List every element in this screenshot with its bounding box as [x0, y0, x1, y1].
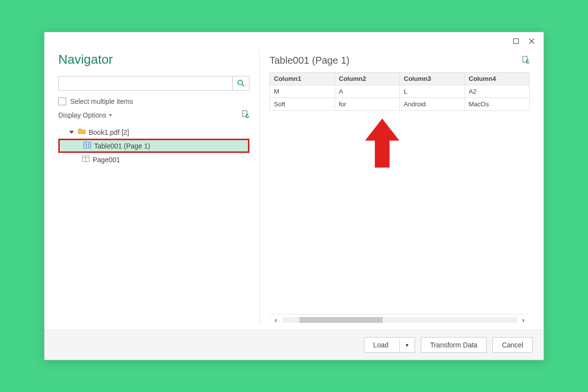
load-dropdown-toggle[interactable]: ▼: [399, 339, 415, 351]
select-multiple-checkbox[interactable]: [58, 98, 66, 105]
horizontal-scrollbar[interactable]: ‹ ›: [270, 314, 530, 325]
preview-refresh-button[interactable]: [522, 55, 530, 66]
pane-divider: [259, 50, 260, 325]
svg-line-4: [242, 84, 244, 86]
expand-caret-icon: [69, 131, 74, 134]
table-cell: M: [270, 85, 335, 98]
window-titlebar: [45, 32, 543, 50]
transform-data-button[interactable]: Transform Data: [421, 337, 487, 353]
close-icon: [529, 38, 535, 44]
maximize-button[interactable]: [508, 34, 524, 48]
tree-root-label: Book1.pdf [2]: [89, 128, 129, 136]
scroll-thumb[interactable]: [299, 317, 383, 323]
select-multiple-row[interactable]: Select multiple items: [58, 98, 249, 105]
column-header[interactable]: Column2: [335, 73, 400, 85]
svg-marker-15: [365, 119, 399, 168]
preview-title: Table001 (Page 1): [270, 55, 349, 66]
dialog-title: Navigator: [58, 52, 249, 67]
display-options-dropdown[interactable]: Display Options ▾: [58, 111, 112, 119]
cancel-label: Cancel: [502, 341, 523, 349]
svg-rect-0: [514, 39, 518, 44]
display-options-label: Display Options: [58, 111, 106, 119]
dialog-footer: Load ▼ Transform Data Cancel: [45, 330, 543, 360]
maximize-icon: [513, 38, 519, 44]
table-row: Soft for Android MacOs: [270, 98, 530, 111]
refresh-button[interactable]: [242, 110, 249, 120]
tree-item-page001[interactable]: Page001: [58, 153, 249, 166]
navigator-left-pane: Navigator Select multiple items Display …: [58, 50, 249, 325]
page-icon: [82, 155, 90, 164]
cancel-button[interactable]: Cancel: [492, 337, 533, 353]
search-input[interactable]: [59, 76, 232, 90]
svg-rect-6: [84, 142, 91, 148]
load-button[interactable]: Load ▼: [364, 337, 415, 353]
refresh-icon: [522, 56, 530, 64]
transform-data-label: Transform Data: [430, 341, 478, 349]
table-cell: A2: [465, 85, 530, 98]
scroll-track[interactable]: [282, 317, 517, 323]
navigator-tree: Book1.pdf [2] Table001 (Page 1) Page001: [58, 125, 249, 166]
preview-pane: Table001 (Page 1) Column1 Column2 Column…: [270, 50, 530, 325]
svg-point-3: [238, 80, 243, 85]
tree-item-label: Table001 (Page 1): [94, 142, 150, 150]
tree-item-table001[interactable]: Table001 (Page 1): [58, 139, 249, 153]
tree-item-label: Page001: [93, 156, 120, 164]
search-field[interactable]: [58, 76, 249, 91]
column-header[interactable]: Column4: [465, 73, 530, 85]
scroll-right-button[interactable]: ›: [517, 316, 530, 324]
select-multiple-label: Select multiple items: [70, 98, 133, 105]
close-button[interactable]: [524, 34, 539, 48]
up-arrow-icon: [365, 119, 399, 168]
folder-icon: [78, 127, 86, 137]
column-header[interactable]: Column1: [270, 73, 335, 85]
annotation-arrow: [365, 119, 399, 169]
table-cell: Android: [400, 98, 465, 111]
table-cell: A: [335, 85, 400, 98]
navigator-dialog: Navigator Select multiple items Display …: [44, 32, 544, 360]
table-row: M A L A2: [270, 85, 530, 98]
table-cell: Soft: [270, 98, 335, 111]
table-cell: for: [335, 98, 400, 111]
scroll-left-button[interactable]: ‹: [270, 316, 282, 324]
tree-root[interactable]: Book1.pdf [2]: [58, 125, 249, 139]
load-button-label: Load: [365, 338, 397, 352]
table-icon: [83, 141, 91, 150]
table-cell: MacOs: [465, 98, 530, 111]
refresh-icon: [242, 110, 249, 118]
search-icon: [237, 79, 245, 87]
table-cell: L: [400, 85, 465, 98]
preview-table: Column1 Column2 Column3 Column4 M A L A2…: [270, 72, 530, 111]
column-header[interactable]: Column3: [400, 73, 465, 85]
chevron-down-icon: ▾: [109, 112, 112, 118]
search-button[interactable]: [232, 76, 249, 90]
